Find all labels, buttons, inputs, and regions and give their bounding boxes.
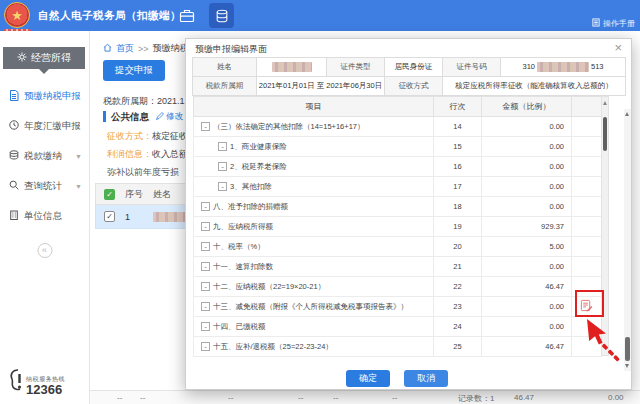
- detail-table-row: -九、应纳税所得额 19 929.37: [194, 217, 602, 237]
- collapse-toggle-icon[interactable]: -: [201, 322, 210, 331]
- collapse-toggle-icon[interactable]: -: [201, 242, 210, 251]
- sidebar-collapse-button[interactable]: «: [37, 243, 52, 258]
- row-amount: 0.00: [482, 137, 572, 157]
- col-item: 项目: [194, 97, 434, 117]
- collapse-toggle-icon[interactable]: -: [201, 282, 210, 291]
- table-scrollbar[interactable]: [601, 96, 609, 356]
- collapse-toggle-icon[interactable]: -: [218, 142, 227, 151]
- row-item-label: 十、税率（%）: [213, 242, 265, 251]
- col-actions: [572, 97, 602, 117]
- close-icon[interactable]: ×: [614, 40, 622, 55]
- row-line-no: 18: [434, 197, 482, 217]
- row-item-label: 3、其他扣除: [230, 182, 272, 191]
- detail-table-row: -十二、应纳税额（22=19×20-21） 22 46.47: [194, 277, 602, 297]
- clock-icon: [9, 120, 19, 132]
- row-amount: 0.00: [482, 117, 572, 137]
- id-no-value: 310513: [501, 58, 626, 77]
- app-title: 自然人电子税务局（扣缴端）: [38, 0, 181, 31]
- building-icon: [9, 210, 19, 222]
- collapse-toggle-icon[interactable]: -: [201, 302, 210, 311]
- sidebar-item-查询统计[interactable]: 查询统计 ▼: [0, 171, 89, 201]
- row-amount: 0.00: [482, 257, 572, 277]
- detail-table-row: -八、准予扣除的捐赠额 18 0.00: [194, 197, 602, 217]
- row-item-label: （三）依法确定的其他扣除（14=15+16+17）: [213, 122, 365, 131]
- confirm-button[interactable]: 确定: [346, 370, 390, 387]
- levy-value: 核定应税所得率征收（能准确核算收入总额的）: [443, 77, 626, 96]
- submit-declaration-button[interactable]: 提交申报: [103, 60, 165, 81]
- sidebar-item-label: 预缴纳税申报: [24, 90, 81, 103]
- sidebar-item-label: 查询统计: [24, 180, 62, 193]
- col-amount: 金额（比例）: [482, 97, 572, 117]
- detail-table-row: -十、税率（%） 20 5.00: [194, 237, 602, 257]
- collapse-toggle-icon[interactable]: -: [201, 342, 210, 351]
- row-item-label: 十五、应补/退税额（25=22-23-24）: [213, 342, 333, 351]
- sidebar-item-单位信息[interactable]: 单位信息 ▼: [0, 201, 89, 231]
- hotline-number: 12366: [26, 383, 65, 396]
- sidebar-section-header[interactable]: 经营所得: [3, 47, 85, 69]
- period-value: 2021年01月01日 至 2021年06月30日: [257, 77, 385, 96]
- col-index-header: 序号: [125, 188, 153, 201]
- footer-placeholder: --: [117, 393, 122, 402]
- footer-placeholder: --: [333, 393, 338, 402]
- report-edit-icon[interactable]: [580, 305, 593, 314]
- coins-icon: [9, 150, 19, 162]
- name-label: 姓名: [193, 58, 257, 77]
- levy-label: 征收方式: [385, 77, 443, 96]
- manual-link[interactable]: 操作手册: [592, 18, 635, 29]
- footer-placeholder: --: [228, 393, 233, 402]
- collapse-toggle-icon[interactable]: -: [218, 162, 227, 171]
- dialog-title: 预缴申报编辑界面: [195, 43, 267, 56]
- tax-period-line: 税款所属期：2021.1.1: [103, 95, 192, 108]
- collapse-toggle-icon[interactable]: -: [201, 122, 210, 131]
- footer-sum-paid: 0.00: [608, 393, 624, 402]
- period-label: 税款所属期: [193, 77, 257, 96]
- row-line-no: 14: [434, 117, 482, 137]
- cancel-button[interactable]: 取消: [404, 370, 448, 387]
- row-checkbox[interactable]: ✓: [104, 211, 115, 222]
- table-scrollbar-thumb[interactable]: [603, 117, 607, 151]
- row-line-no: 16: [434, 157, 482, 177]
- row-item-label: 八、准予扣除的捐赠额: [213, 202, 288, 211]
- collapse-toggle-icon[interactable]: -: [201, 262, 210, 271]
- database-icon[interactable]: [209, 3, 234, 28]
- file-icon: [9, 90, 19, 103]
- collapse-toggle-icon[interactable]: -: [201, 202, 210, 211]
- footer-placeholder: --: [140, 393, 145, 402]
- row-amount: 0.00: [482, 157, 572, 177]
- row-line-no: 21: [434, 257, 482, 277]
- sidebar-item-预缴纳税申报[interactable]: 预缴纳税申报 ▼: [0, 81, 89, 111]
- dialog-scrollbar[interactable]: [624, 109, 631, 371]
- edit-dialog: 预缴申报编辑界面 × 姓名 证件类型 居民身份证 证件号码 310513 税款所…: [185, 38, 632, 390]
- dialog-form: 姓名 证件类型 居民身份证 证件号码 310513 税款所属期 2021年01月…: [192, 57, 626, 96]
- id-no-label: 证件号码: [443, 58, 501, 77]
- briefcase-icon[interactable]: [178, 7, 196, 25]
- levy-method-line: 征收方式：核定征收: [107, 130, 188, 143]
- collapse-toggle-icon[interactable]: -: [201, 222, 210, 231]
- row-amount: 0.00: [482, 177, 572, 197]
- detail-table-row: -2、税延养老保险 16 0.00: [194, 157, 602, 177]
- footer-placeholder: --: [298, 393, 303, 402]
- modify-link[interactable]: 修改: [156, 111, 183, 123]
- dialog-scrollbar-thumb[interactable]: [625, 337, 630, 361]
- collapse-toggle-icon[interactable]: -: [218, 182, 227, 191]
- row-line-no: 15: [434, 137, 482, 157]
- row-item-label: 十三、减免税额（附报《个人所得税减免税事项报告表》）: [213, 302, 408, 311]
- select-all-checkbox[interactable]: ✓: [104, 189, 115, 200]
- footer-sum-tax: 46.47: [514, 393, 534, 402]
- row-item-label: 十四、已缴税额: [213, 322, 266, 331]
- row-line-no: 25: [434, 337, 482, 357]
- sidebar-item-税款缴纳[interactable]: 税款缴纳 ▼: [0, 141, 89, 171]
- sidebar-item-label: 单位信息: [24, 210, 62, 223]
- row-line-no: 17: [434, 177, 482, 197]
- sidebar-item-年度汇缴申报[interactable]: 年度汇缴申报 ▼: [0, 111, 89, 141]
- breadcrumb-home-link[interactable]: 首页: [116, 42, 134, 55]
- row-line-no: 23: [434, 297, 482, 317]
- detail-table-row: -（三）依法确定的其他扣除（14=15+16+17） 14 0.00: [194, 117, 602, 137]
- list-summary-footer: ------------记录数：146.470.00: [90, 390, 640, 404]
- profit-info-line: 利润信息：收入总额: [107, 148, 188, 161]
- row-amount: 5.00: [482, 237, 572, 257]
- top-header: ★ 自然人电子税务局（扣缴端） 操作手册: [0, 0, 640, 31]
- loss-line: 弥补以前年度亏损: [107, 166, 179, 179]
- sidebar-menu: 预缴纳税申报 ▼ 年度汇缴申报 ▼ 税款缴纳 ▼ 查询统计 ▼ 单位信息 ▼: [0, 81, 89, 231]
- hotline-block: 纳税服务热线 12366: [7, 368, 65, 396]
